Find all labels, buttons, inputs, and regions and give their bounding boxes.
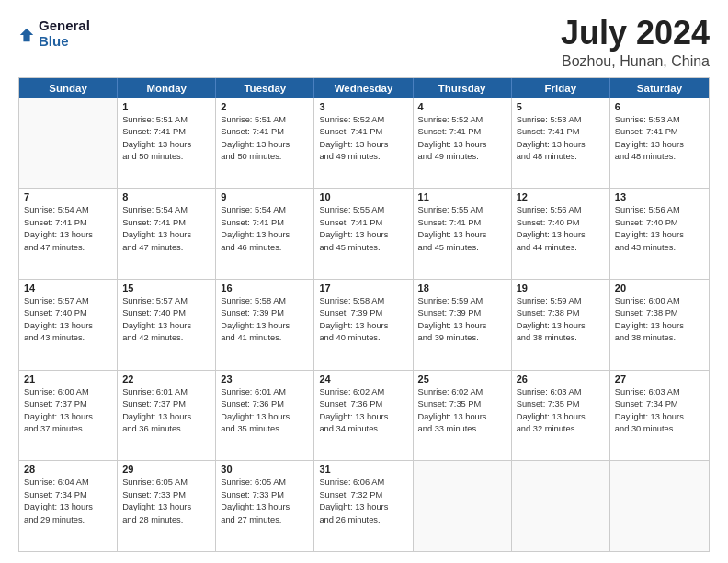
subtitle: Bozhou, Hunan, China <box>561 53 710 70</box>
day-number: 1 <box>122 101 210 112</box>
day-info: Sunrise: 5:51 AM Sunset: 7:41 PM Dayligh… <box>221 114 309 164</box>
cal-day-7: 7Sunrise: 5:54 AM Sunset: 7:41 PM Daylig… <box>19 189 118 279</box>
day-info: Sunrise: 5:57 AM Sunset: 7:40 PM Dayligh… <box>122 295 210 345</box>
day-info: Sunrise: 5:59 AM Sunset: 7:39 PM Dayligh… <box>418 295 506 345</box>
cal-day-24: 24Sunrise: 6:02 AM Sunset: 7:36 PM Dayli… <box>314 371 413 461</box>
cal-week-5: 28Sunrise: 6:04 AM Sunset: 7:34 PM Dayli… <box>19 461 709 551</box>
day-info: Sunrise: 5:51 AM Sunset: 7:41 PM Dayligh… <box>122 114 210 164</box>
cal-header-friday: Friday <box>512 78 610 98</box>
day-number: 23 <box>221 373 309 385</box>
cal-day-14: 14Sunrise: 5:57 AM Sunset: 7:40 PM Dayli… <box>19 280 118 370</box>
day-info: Sunrise: 6:02 AM Sunset: 7:35 PM Dayligh… <box>418 386 506 436</box>
day-number: 25 <box>418 373 506 385</box>
day-info: Sunrise: 6:03 AM Sunset: 7:35 PM Dayligh… <box>517 386 605 436</box>
cal-day-4: 4Sunrise: 5:52 AM Sunset: 7:41 PM Daylig… <box>414 98 512 189</box>
cal-day-19: 19Sunrise: 5:59 AM Sunset: 7:38 PM Dayli… <box>512 280 610 370</box>
cal-week-1: 1Sunrise: 5:51 AM Sunset: 7:41 PM Daylig… <box>19 98 709 190</box>
day-number: 2 <box>221 101 309 112</box>
day-info: Sunrise: 5:56 AM Sunset: 7:40 PM Dayligh… <box>615 204 704 254</box>
cal-day-12: 12Sunrise: 5:56 AM Sunset: 7:40 PM Dayli… <box>512 189 610 279</box>
day-info: Sunrise: 6:01 AM Sunset: 7:37 PM Dayligh… <box>122 386 210 436</box>
cal-day-11: 11Sunrise: 5:55 AM Sunset: 7:41 PM Dayli… <box>414 189 512 279</box>
cal-day-5: 5Sunrise: 5:53 AM Sunset: 7:41 PM Daylig… <box>512 98 610 189</box>
cal-day-10: 10Sunrise: 5:55 AM Sunset: 7:41 PM Dayli… <box>314 189 413 279</box>
cal-day-22: 22Sunrise: 6:01 AM Sunset: 7:37 PM Dayli… <box>118 371 216 461</box>
svg-marker-0 <box>20 28 33 40</box>
title-block: July 2024 Bozhou, Hunan, China <box>561 15 710 70</box>
day-number: 21 <box>24 373 112 385</box>
day-info: Sunrise: 5:52 AM Sunset: 7:41 PM Dayligh… <box>418 114 506 164</box>
cal-day-21: 21Sunrise: 6:00 AM Sunset: 7:37 PM Dayli… <box>19 371 118 461</box>
day-number: 26 <box>517 373 605 385</box>
day-info: Sunrise: 5:54 AM Sunset: 7:41 PM Dayligh… <box>122 204 210 254</box>
cal-header-wednesday: Wednesday <box>314 78 413 98</box>
page: General Blue July 2024 Bozhou, Hunan, Ch… <box>0 0 728 563</box>
day-number: 4 <box>418 101 506 112</box>
day-info: Sunrise: 5:58 AM Sunset: 7:39 PM Dayligh… <box>319 295 407 345</box>
cal-day-31: 31Sunrise: 6:06 AM Sunset: 7:32 PM Dayli… <box>314 461 413 551</box>
day-number: 14 <box>24 282 112 293</box>
header: General Blue July 2024 Bozhou, Hunan, Ch… <box>18 15 710 70</box>
day-info: Sunrise: 6:05 AM Sunset: 7:33 PM Dayligh… <box>122 477 210 526</box>
day-number: 6 <box>615 101 704 112</box>
cal-day-28: 28Sunrise: 6:04 AM Sunset: 7:34 PM Dayli… <box>19 461 118 551</box>
logo-blue: Blue <box>39 34 90 50</box>
day-info: Sunrise: 5:53 AM Sunset: 7:41 PM Dayligh… <box>517 114 605 164</box>
cal-day-30: 30Sunrise: 6:05 AM Sunset: 7:33 PM Dayli… <box>216 461 314 551</box>
day-info: Sunrise: 5:56 AM Sunset: 7:40 PM Dayligh… <box>517 204 605 254</box>
cal-empty <box>512 461 610 551</box>
calendar: SundayMondayTuesdayWednesdayThursdayFrid… <box>18 77 710 552</box>
cal-day-18: 18Sunrise: 5:59 AM Sunset: 7:39 PM Dayli… <box>414 280 512 370</box>
day-info: Sunrise: 6:03 AM Sunset: 7:34 PM Dayligh… <box>615 386 704 436</box>
cal-header-saturday: Saturday <box>610 78 709 98</box>
day-number: 13 <box>615 191 704 202</box>
day-number: 20 <box>615 282 704 293</box>
day-number: 24 <box>319 373 407 385</box>
day-number: 31 <box>319 464 407 475</box>
cal-header-thursday: Thursday <box>414 78 512 98</box>
cal-day-6: 6Sunrise: 5:53 AM Sunset: 7:41 PM Daylig… <box>610 98 709 189</box>
cal-day-16: 16Sunrise: 5:58 AM Sunset: 7:39 PM Dayli… <box>216 280 314 370</box>
cal-day-8: 8Sunrise: 5:54 AM Sunset: 7:41 PM Daylig… <box>118 189 216 279</box>
day-info: Sunrise: 6:00 AM Sunset: 7:37 PM Dayligh… <box>24 386 112 436</box>
day-number: 19 <box>517 282 605 293</box>
logo-general: General <box>39 18 90 34</box>
day-info: Sunrise: 5:54 AM Sunset: 7:41 PM Dayligh… <box>24 204 112 254</box>
cal-day-26: 26Sunrise: 6:03 AM Sunset: 7:35 PM Dayli… <box>512 371 610 461</box>
day-number: 27 <box>615 373 704 385</box>
day-info: Sunrise: 6:04 AM Sunset: 7:34 PM Dayligh… <box>24 477 112 526</box>
cal-day-17: 17Sunrise: 5:58 AM Sunset: 7:39 PM Dayli… <box>314 280 413 370</box>
day-info: Sunrise: 5:58 AM Sunset: 7:39 PM Dayligh… <box>221 295 309 345</box>
cal-empty <box>19 98 118 189</box>
day-number: 28 <box>24 464 112 475</box>
calendar-body: 1Sunrise: 5:51 AM Sunset: 7:41 PM Daylig… <box>19 98 709 551</box>
day-info: Sunrise: 5:57 AM Sunset: 7:40 PM Dayligh… <box>24 295 112 345</box>
day-number: 12 <box>517 191 605 202</box>
day-number: 3 <box>319 101 407 112</box>
cal-day-25: 25Sunrise: 6:02 AM Sunset: 7:35 PM Dayli… <box>414 371 512 461</box>
day-info: Sunrise: 5:55 AM Sunset: 7:41 PM Dayligh… <box>319 204 407 254</box>
day-info: Sunrise: 5:53 AM Sunset: 7:41 PM Dayligh… <box>615 114 704 164</box>
day-number: 10 <box>319 191 407 202</box>
cal-day-29: 29Sunrise: 6:05 AM Sunset: 7:33 PM Dayli… <box>118 461 216 551</box>
day-number: 8 <box>122 191 210 202</box>
cal-empty <box>610 461 709 551</box>
calendar-header-row: SundayMondayTuesdayWednesdayThursdayFrid… <box>19 78 709 98</box>
cal-day-2: 2Sunrise: 5:51 AM Sunset: 7:41 PM Daylig… <box>216 98 314 189</box>
cal-day-15: 15Sunrise: 5:57 AM Sunset: 7:40 PM Dayli… <box>118 280 216 370</box>
cal-day-27: 27Sunrise: 6:03 AM Sunset: 7:34 PM Dayli… <box>610 371 709 461</box>
cal-day-23: 23Sunrise: 6:01 AM Sunset: 7:36 PM Dayli… <box>216 371 314 461</box>
day-info: Sunrise: 6:01 AM Sunset: 7:36 PM Dayligh… <box>221 386 309 436</box>
day-number: 16 <box>221 282 309 293</box>
day-info: Sunrise: 5:55 AM Sunset: 7:41 PM Dayligh… <box>418 204 506 254</box>
main-title: July 2024 <box>561 15 710 52</box>
day-info: Sunrise: 6:05 AM Sunset: 7:33 PM Dayligh… <box>221 477 309 526</box>
cal-header-tuesday: Tuesday <box>216 78 314 98</box>
logo-text: General Blue <box>39 18 90 49</box>
cal-week-4: 21Sunrise: 6:00 AM Sunset: 7:37 PM Dayli… <box>19 371 709 462</box>
day-number: 22 <box>122 373 210 385</box>
logo-icon <box>18 27 35 43</box>
day-info: Sunrise: 5:54 AM Sunset: 7:41 PM Dayligh… <box>221 204 309 254</box>
day-info: Sunrise: 5:59 AM Sunset: 7:38 PM Dayligh… <box>517 295 605 345</box>
cal-day-20: 20Sunrise: 6:00 AM Sunset: 7:38 PM Dayli… <box>610 280 709 370</box>
